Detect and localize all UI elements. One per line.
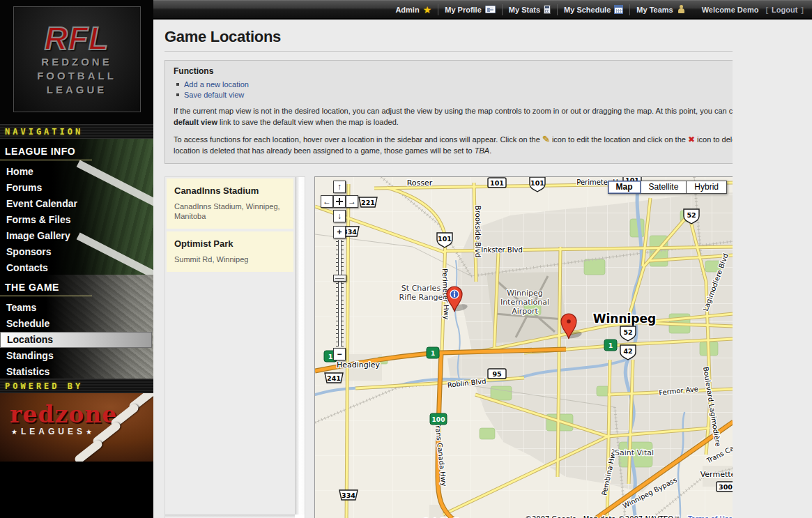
shield-number: 1	[328, 353, 332, 360]
rfl-logo-line3: LEAGUE	[47, 83, 107, 97]
sidebar-item-locations[interactable]: Locations	[0, 332, 152, 348]
locations-list: CanadInns Stadium CanadInns Stadium, Win…	[166, 178, 294, 514]
map-button[interactable]: Map	[608, 181, 641, 194]
powered-by-led-banner: POWERED BY	[0, 379, 153, 393]
sidebar-item-statistics[interactable]: Statistics	[0, 364, 153, 379]
scrollbar-corner	[295, 515, 305, 518]
map-label: International	[500, 298, 549, 307]
redzone-leagues-logo: redzone ★LEAGUES★	[0, 393, 153, 462]
logout-link[interactable]: Logout	[772, 6, 797, 14]
locations-main-row: CanadInns Stadium CanadInns Stadium, Win…	[153, 171, 812, 518]
pan-up-button[interactable]: ↑	[333, 181, 346, 193]
zoom-slider-handle[interactable]	[333, 275, 346, 282]
pan-down-button[interactable]: ↓	[333, 210, 346, 222]
topnav-my-teams[interactable]: My Teams	[630, 4, 691, 15]
marker-dot	[567, 319, 571, 323]
map-label: Rifle Range	[399, 293, 443, 302]
road-shield: 100	[430, 413, 447, 425]
sidebar-item-image-gallery[interactable]: Image Gallery	[0, 228, 153, 244]
profile-card-icon	[485, 6, 496, 13]
star-icon: ★	[86, 428, 95, 436]
shield-number: 100	[432, 416, 445, 423]
sidebar-item-forms-files[interactable]: Forms & Files	[0, 212, 153, 228]
welcome-box: Welcome Demo [ Logout ]	[702, 6, 804, 14]
google-map[interactable]: RosserPerimeter HwyBrookside BlvdInkster…	[314, 176, 734, 518]
map-canvas[interactable]: RosserPerimeter HwyBrookside BlvdInkster…	[315, 177, 733, 518]
sidebar-item-standings[interactable]: Standings	[0, 348, 153, 364]
save-default-view-link[interactable]: Save default view	[184, 91, 244, 99]
sidebar-item-teams[interactable]: Teams	[0, 300, 153, 316]
sidebar-item-home[interactable]: Home	[0, 164, 153, 180]
horizontal-scrollbar[interactable]	[165, 515, 295, 518]
map-label: Saint Vital	[615, 448, 654, 457]
star-icon: ★	[11, 428, 21, 436]
hybrid-button[interactable]: Hybrid	[687, 181, 727, 194]
map-label: Winnipeg	[507, 289, 542, 298]
sidebar-item-forums[interactable]: Forums	[0, 180, 153, 196]
add-new-location-link[interactable]: Add a new location	[184, 80, 249, 89]
functions-box: Functions Add a new location Save defaul…	[164, 60, 802, 164]
pan-left-button[interactable]: ←	[321, 195, 333, 208]
shield-number: 300	[719, 483, 733, 491]
shield-number: 52	[687, 211, 696, 219]
location-address: CanadInns Stadium, Winnipeg, Manitoba	[174, 201, 286, 221]
sidebar-item-schedule[interactable]: Schedule	[0, 316, 153, 332]
locations-list-panel: CanadInns Stadium CanadInns Stadium, Win…	[164, 176, 305, 518]
league-info-section: LEAGUE INFO Home Forums Event Calendar F…	[0, 139, 153, 275]
terms-of-use-link[interactable]: Terms of Use	[687, 515, 733, 518]
bullet-square	[176, 93, 179, 96]
road-shield: 300	[717, 482, 733, 492]
section-title-league-info: LEAGUE INFO	[0, 139, 153, 160]
top-nav: Admin My Profile My Stats My Schedule My…	[389, 4, 691, 15]
zoom-out-button[interactable]: −	[333, 348, 346, 360]
sidebar-item-contacts[interactable]: Contacts	[0, 260, 153, 275]
shield-number: 1	[431, 350, 435, 357]
navigation-led-banner: NAVIGATION	[0, 124, 153, 139]
the-game-section: THE GAME Teams Schedule Locations Standi…	[0, 275, 153, 379]
section-title-the-game: THE GAME	[0, 275, 153, 296]
zoom-slider-track[interactable]	[336, 240, 344, 346]
road-shield: 241	[325, 373, 343, 383]
topnav-admin[interactable]: Admin	[389, 4, 438, 15]
pan-center-button[interactable]	[333, 195, 346, 208]
topnav-my-schedule[interactable]: My Schedule	[558, 4, 630, 15]
map-label: St Charles	[401, 284, 441, 293]
top-utility-bar: Admin My Profile My Stats My Schedule My…	[153, 0, 812, 20]
topnav-my-stats[interactable]: My Stats	[503, 4, 558, 15]
welcome-user-label: Welcome Demo	[702, 6, 759, 14]
delete-x-icon: ✖	[688, 135, 695, 144]
map-label: Vermette	[700, 470, 733, 479]
shield-number: 1	[608, 342, 613, 349]
rfl-logo-line2: FOOTBALL	[37, 69, 116, 83]
map-label: Winnipeg	[593, 312, 656, 326]
shield-number: 241	[327, 374, 341, 382]
shield-number: 52	[623, 328, 632, 336]
rfl-logo: RFL REDZONE FOOTBALL LEAGUE	[13, 6, 141, 112]
add-location-row: Add a new location	[176, 80, 793, 89]
map-type-switcher: Map Satellite Hybrid	[608, 181, 727, 194]
bullet-square	[176, 83, 179, 86]
topnav-my-profile[interactable]: My Profile	[438, 4, 503, 15]
sidebar-item-sponsors[interactable]: Sponsors	[0, 244, 153, 260]
map-help-paragraph-2: To access functions for each location, h…	[174, 134, 793, 156]
section-rule	[0, 160, 92, 160]
map-copyright: ©2007 Google - Map data ©2007 NAVTEQ™ -	[525, 515, 685, 518]
map-label: Rosser	[407, 178, 433, 188]
road-shield: 101	[488, 178, 506, 188]
map-label: Headingley	[337, 360, 381, 370]
calendar-icon	[614, 5, 623, 14]
football-lace	[73, 439, 104, 462]
league-logo-area: RFL REDZONE FOOTBALL LEAGUE	[0, 0, 153, 124]
shield-number: 95	[492, 370, 501, 378]
zoom-in-button[interactable]: +	[333, 226, 346, 238]
redzone-leagues-text: ★LEAGUES★	[0, 427, 153, 436]
road-shield: 95	[488, 369, 506, 379]
location-card-optimist-park[interactable]: Optimist Park Summit Rd, Winnipeg	[167, 231, 293, 272]
sidebar-item-event-calendar[interactable]: Event Calendar	[0, 196, 153, 212]
location-card-canadinns[interactable]: CanadInns Stadium CanadInns Stadium, Win…	[167, 178, 293, 229]
pan-right-button[interactable]: →	[346, 195, 358, 208]
vertical-scrollbar[interactable]	[295, 177, 305, 515]
right-gutter	[733, 20, 812, 518]
rfl-logo-line1: REDZONE	[41, 55, 112, 69]
satellite-button[interactable]: Satellite	[641, 181, 687, 194]
